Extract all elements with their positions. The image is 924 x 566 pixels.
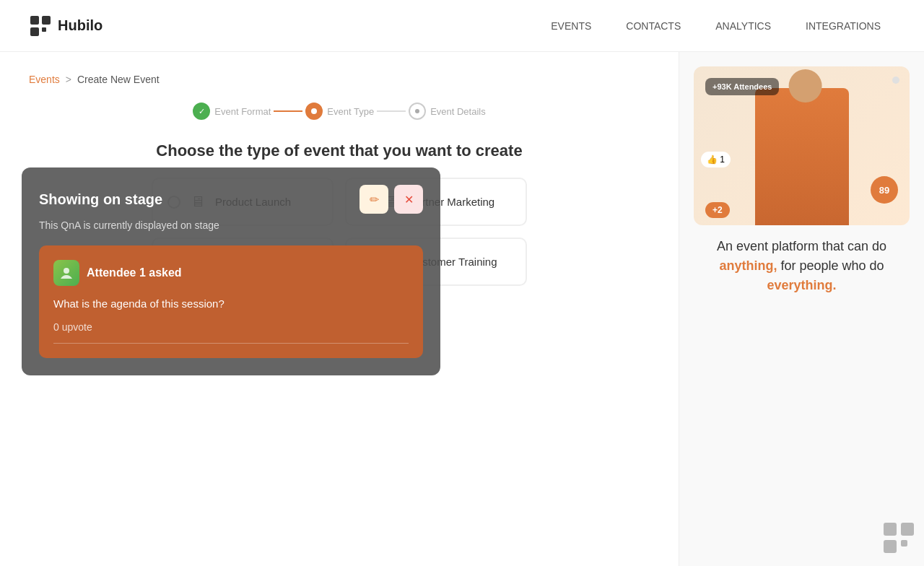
svg-rect-7 [884,523,897,536]
breadcrumb-events[interactable]: Events [29,74,60,85]
logo-text: Hubilo [58,17,103,34]
step-event-details: Event Details [409,103,486,120]
qna-asker-row: Attendee 1 asked [53,260,409,286]
step-line-2 [377,110,406,112]
step-circle-type [305,103,323,120]
breadcrumb: Events > Create New Event [29,74,650,85]
breadcrumb-separator: > [66,74,71,85]
like-count: 89 [879,185,889,196]
overlay-header: Showing on stage ✏ ✕ [39,185,423,214]
breadcrumb-current: Create New Event [77,74,160,85]
watermark-icon [882,521,918,557]
content-area: Events > Create New Event ✓ Event Format… [0,52,679,566]
step-label-type: Event Type [327,106,374,117]
badge-reactions: 👍 1 [701,152,731,167]
page-title: Choose the type of event that you want t… [29,142,650,160]
overlay-title: Showing on stage [39,191,162,208]
promo-highlight1: anything, [719,258,777,273]
nav-analytics[interactable]: ANALYTICS [701,14,785,38]
hubilo-watermark [882,521,918,560]
badge-attendees: +93K Attendees [705,78,779,95]
promo-line1: An event platform that can do [717,239,886,253]
overlay-actions: ✏ ✕ [359,185,423,214]
close-icon: ✕ [404,193,414,206]
progress-steps: ✓ Event Format Event Type Event Details [29,103,650,120]
question-text: What is the agenda of this session? [53,296,409,313]
promo-image: +93K Attendees 89 👍 1 +2 [694,66,910,225]
edit-icon: ✏ [370,193,379,206]
right-panel: +93K Attendees 89 👍 1 +2 An event platfo… [679,52,924,566]
nav-integrations[interactable]: INTEGRATIONS [791,14,895,38]
svg-point-5 [415,109,419,113]
nav-contacts[interactable]: CONTACTS [611,14,695,38]
svg-point-4 [311,108,317,114]
svg-rect-1 [30,27,39,36]
asker-avatar [53,260,79,286]
reactions-text: 👍 1 [707,154,725,165]
step-event-type: Event Type [305,103,374,120]
svg-point-6 [64,268,69,274]
score-text: +2 [712,205,723,215]
nav-events[interactable]: EVENTS [536,14,606,38]
overlay-edit-button[interactable]: ✏ [359,185,388,214]
step-line-1 [274,110,302,112]
promo-text: An event platform that can do anything, … [717,237,886,295]
attendees-text: +93K Attendees [712,82,772,91]
badge-like: 89 [871,176,898,204]
step-label-details: Event Details [430,106,486,117]
step-event-format: ✓ Event Format [193,103,271,120]
overlay-showing-on-stage: Showing on stage ✏ ✕ This QnA is current… [22,167,440,375]
svg-rect-8 [884,540,897,553]
promo-head [788,69,821,103]
qna-divider [53,343,409,344]
step-circle-details [409,103,426,120]
logo: Hubilo [29,14,103,38]
header: Hubilo EVENTS CONTACTS ANALYTICS INTEGRA… [0,0,924,52]
main-nav: EVENTS CONTACTS ANALYTICS INTEGRATIONS [536,14,895,38]
badge-score: +2 [705,202,730,218]
upvote-count: 0 upvote [53,321,409,333]
promo-person [755,88,849,225]
avatar-icon [59,266,74,280]
svg-rect-10 [901,540,907,547]
overlay-close-button[interactable]: ✕ [394,185,423,214]
promo-highlight2: everything. [767,278,836,292]
svg-rect-2 [42,16,51,25]
step-label-format: Event Format [214,106,271,117]
svg-rect-0 [30,16,39,25]
promo-line2: for people who do [780,258,884,273]
overlay-subtitle: This QnA is currently displayed on stage [39,219,423,231]
hubilo-logo-icon [29,14,52,38]
asker-name: Attendee 1 asked [87,266,182,279]
qna-card: Attendee 1 asked What is the agenda of t… [39,245,423,358]
badge-dot [892,77,899,84]
step-circle-format: ✓ [193,103,210,120]
main-area: Events > Create New Event ✓ Event Format… [0,52,924,566]
svg-rect-3 [42,27,46,32]
svg-rect-9 [901,523,914,536]
